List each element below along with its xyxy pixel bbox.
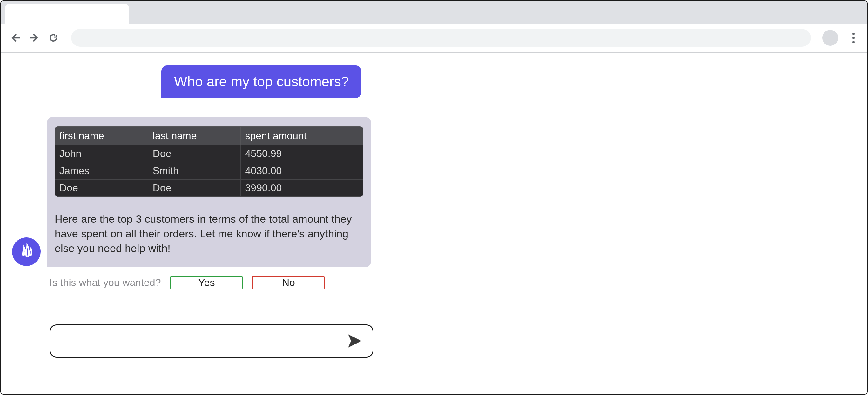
cell-first-name: James: [55, 162, 148, 180]
table-row: James Smith 4030.00: [55, 162, 363, 180]
feedback-yes-button[interactable]: Yes: [170, 276, 243, 290]
cell-first-name: John: [55, 145, 148, 162]
browser-toolbar: [1, 24, 867, 52]
tab-strip: [1, 1, 867, 24]
cell-last-name: Doe: [148, 145, 241, 162]
results-table: first name last name spent amount John D…: [55, 126, 363, 197]
assistant-row: first name last name spent amount John D…: [12, 117, 387, 267]
profile-avatar[interactable]: [822, 30, 838, 46]
dot-icon: [852, 33, 855, 35]
forward-button[interactable]: [27, 31, 41, 45]
assistant-message-text: Here are the top 3 customers in terms of…: [55, 212, 363, 256]
send-icon: [346, 332, 364, 350]
message-input[interactable]: [58, 335, 346, 347]
feedback-no-button[interactable]: No: [252, 276, 324, 290]
table-row: Doe Doe 3990.00: [55, 180, 363, 197]
arrow-left-icon: [10, 32, 21, 43]
arrow-right-icon: [29, 32, 40, 43]
assistant-avatar: [12, 237, 41, 266]
cell-last-name: Doe: [148, 180, 241, 197]
address-bar[interactable]: [71, 29, 811, 47]
cell-first-name: Doe: [55, 180, 148, 197]
table-header-row: first name last name spent amount: [55, 127, 363, 145]
user-message-bubble: Who are my top customers?: [161, 65, 362, 98]
feedback-yes-label: Yes: [198, 277, 215, 288]
message-composer: [50, 325, 373, 358]
dot-icon: [852, 37, 855, 39]
send-button[interactable]: [346, 332, 364, 350]
col-first-name: first name: [55, 127, 148, 145]
cell-spent-amount: 4030.00: [241, 162, 363, 180]
cell-last-name: Smith: [148, 162, 241, 180]
browser-menu-button[interactable]: [847, 31, 860, 45]
feedback-prompt: Is this what you wanted?: [50, 277, 161, 288]
feedback-no-label: No: [282, 277, 295, 288]
refresh-button[interactable]: [46, 31, 60, 45]
dot-icon: [852, 41, 855, 43]
flame-icon: [18, 243, 35, 260]
col-spent-amount: spent amount: [241, 127, 363, 145]
browser-window: Who are my top customers? first name las…: [0, 0, 868, 395]
cell-spent-amount: 3990.00: [241, 180, 363, 197]
feedback-row: Is this what you wanted? Yes No: [50, 276, 387, 290]
col-last-name: last name: [148, 127, 241, 145]
refresh-icon: [49, 33, 58, 42]
back-button[interactable]: [8, 31, 22, 45]
assistant-message-bubble: first name last name spent amount John D…: [47, 117, 371, 267]
page-content: Who are my top customers? first name las…: [1, 53, 867, 394]
cell-spent-amount: 4550.99: [241, 145, 363, 162]
table-row: John Doe 4550.99: [55, 145, 363, 162]
browser-tab[interactable]: [5, 4, 129, 24]
chat-column: Who are my top customers? first name las…: [12, 65, 387, 358]
user-message-text: Who are my top customers?: [174, 74, 349, 89]
